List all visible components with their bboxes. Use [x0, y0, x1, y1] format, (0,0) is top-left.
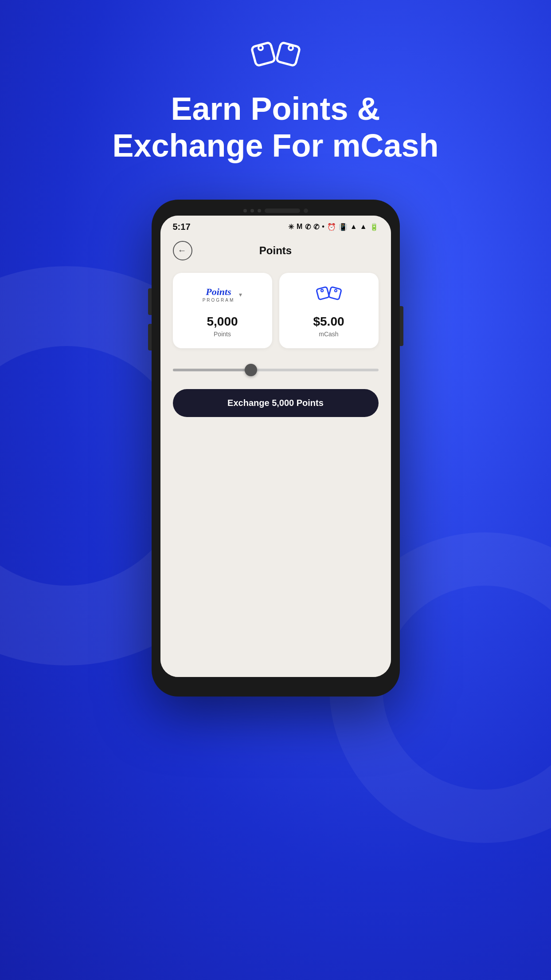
phone-body: 5:17 ✳ M ✆ ✆ • ⏰ 📳 ▲ ▲ 🔋 — [152, 200, 400, 697]
status-dot: • — [322, 223, 324, 231]
app-header: ← Points — [160, 236, 391, 264]
status-bar: 5:17 ✳ M ✆ ✆ • ⏰ 📳 ▲ ▲ 🔋 — [160, 216, 391, 236]
mcash-logo-area — [316, 283, 342, 306]
mcash-label: mCash — [319, 331, 338, 338]
slider-thumb[interactable] — [245, 364, 257, 376]
hero-title: Earn Points & Exchange For mCash — [77, 91, 474, 164]
back-arrow-icon: ← — [178, 245, 187, 256]
power-button — [400, 306, 403, 346]
svg-rect-4 — [316, 287, 329, 299]
front-camera — [304, 209, 308, 213]
cards-section: Points PROGRAM ▾ 5,000 Points — [160, 264, 391, 357]
status-vibrate-icon: 📳 — [339, 223, 348, 231]
exchange-button[interactable]: Exchange 5,000 Points — [173, 389, 379, 417]
status-signal-icon: ▲ — [360, 223, 367, 231]
phone-mockup: 5:17 ✳ M ✆ ✆ • ⏰ 📳 ▲ ▲ 🔋 — [152, 200, 400, 697]
page-title: Points — [259, 244, 292, 257]
points-value: 5,000 — [207, 315, 238, 329]
exchange-section: Exchange 5,000 Points — [160, 389, 391, 417]
notch-dot-3 — [258, 209, 261, 213]
phone-screen: 5:17 ✳ M ✆ ✆ • ⏰ 📳 ▲ ▲ 🔋 — [160, 216, 391, 677]
status-battery-icon: 🔋 — [370, 223, 379, 231]
status-grid-icon: ✳ — [288, 223, 294, 231]
status-call-icon: ✆ — [305, 223, 311, 231]
notch-dot-1 — [243, 209, 247, 213]
status-icons: ✳ M ✆ ✆ • ⏰ 📳 ▲ ▲ 🔋 — [288, 223, 379, 231]
slider-section — [160, 357, 391, 389]
svg-point-2 — [258, 46, 263, 50]
phone-speaker — [265, 209, 300, 213]
points-card[interactable]: Points PROGRAM ▾ 5,000 Points — [173, 273, 272, 348]
volume-down-button — [148, 324, 152, 350]
back-button[interactable]: ← — [173, 241, 192, 260]
app-logo — [249, 35, 302, 77]
svg-rect-0 — [251, 42, 275, 66]
volume-up-button — [148, 288, 152, 315]
status-clock-icon: ⏰ — [327, 223, 336, 231]
slider-track[interactable] — [173, 369, 379, 371]
status-call2-icon: ✆ — [313, 223, 319, 231]
phone-notch — [160, 209, 391, 213]
program-word: PROGRAM — [203, 298, 235, 303]
status-time: 5:17 — [173, 222, 191, 232]
points-program-logo: Points PROGRAM — [203, 286, 235, 303]
points-logo-area: Points PROGRAM ▾ — [203, 283, 242, 306]
svg-rect-1 — [276, 42, 300, 66]
svg-point-3 — [289, 46, 293, 50]
points-word: Points — [203, 286, 235, 298]
app-content: ← Points Points PROGRAM — [160, 236, 391, 677]
status-mail-icon: M — [297, 223, 302, 231]
status-wifi-icon: ▲ — [350, 223, 357, 231]
page-content: Earn Points & Exchange For mCash 5:17 — [0, 0, 551, 697]
mcash-card: $5.00 mCash — [279, 273, 379, 348]
svg-rect-5 — [328, 287, 341, 299]
points-label: Points — [214, 331, 231, 338]
svg-point-7 — [334, 289, 336, 291]
slider-fill — [173, 369, 251, 371]
svg-point-6 — [321, 289, 323, 291]
mcash-value: $5.00 — [313, 315, 344, 329]
notch-dot-2 — [250, 209, 254, 213]
dropdown-arrow-icon[interactable]: ▾ — [239, 291, 242, 298]
